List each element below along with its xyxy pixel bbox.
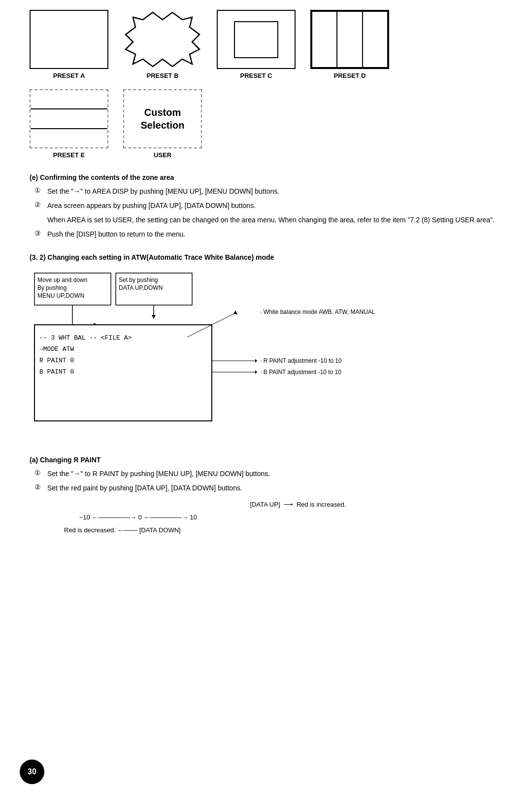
preset-b-icon [123, 10, 202, 69]
diagram-wrapper: Move up and down By pushing MENU UP,DOWN… [30, 268, 414, 442]
svg-marker-21 [255, 359, 257, 363]
section-a-item-1: ① Set the "→" to R PAINT by pushing [MEN… [34, 469, 502, 479]
section-e-item-2: ② Area screen appears by pushing [DATA U… [34, 201, 502, 211]
section-a-body: ① Set the "→" to R PAINT by pushing [MEN… [30, 469, 502, 537]
section-e-body: ① Set the "→" to AREA DISP by pushing [M… [30, 186, 502, 240]
section-a-text-2: Set the red paint by pushing [DATA UP], … [47, 483, 242, 493]
circle-num-a2: ② [34, 483, 44, 491]
preset-d-lines [311, 11, 388, 68]
preset-e-line-3 [31, 129, 107, 147]
preset-d-line-2 [337, 12, 363, 67]
preset-d-item: PRESET D [310, 10, 389, 79]
section-a-title: (a) Changing R PAINT [30, 456, 502, 464]
section-a-item-2: ② Set the red paint by pushing [DATA UP]… [34, 483, 502, 493]
section-32-title: (3. 2) Changing each setting in ATW(Auto… [30, 253, 502, 261]
presets-container: PRESET A PRESET B PRESET C [30, 10, 502, 159]
scale-line: −10 ←───────→ 0 ←───────→ 10 [74, 511, 502, 524]
preset-e-icon [30, 89, 108, 148]
preset-e-line-1 [31, 90, 107, 109]
user-icon: CustomSelection [123, 89, 202, 148]
section-e-text-2: Area screen appears by pushing [DATA UP]… [47, 201, 256, 211]
svg-marker-23 [255, 370, 257, 374]
preset-a-item: PRESET A [30, 10, 108, 79]
section-e: (e) Confirming the contents of the zone … [30, 173, 502, 240]
circle-num-3: ③ [34, 229, 44, 237]
preset-e-line-2 [31, 109, 107, 129]
svg-text:· White balance mode   AWB, AT: · White balance mode AWB, ATW, MANUAL [260, 309, 375, 315]
section-e-item-1: ① Set the "→" to AREA DISP by pushing [M… [34, 186, 502, 197]
preset-c-label: PRESET C [240, 72, 272, 79]
data-up-label: [DATA UP] ⟶ Red is increased. [94, 498, 502, 511]
svg-text:B PAINT         0: B PAINT 0 [39, 368, 74, 376]
section-e-text-3: Push the [DISP] button to return to the … [47, 229, 185, 240]
svg-text:· B PAINT adjustment   -10 to : · B PAINT adjustment -10 to 10 [260, 369, 341, 376]
svg-marker-12 [152, 315, 156, 319]
svg-text:Set by pushing: Set by pushing [119, 276, 158, 283]
preset-d-line-3 [363, 12, 387, 67]
arrow-diagram: [DATA UP] ⟶ Red is increased. −10 ←─────… [54, 498, 502, 537]
preset-b-item: PRESET B [123, 10, 202, 79]
preset-a-label: PRESET A [53, 72, 85, 79]
preset-c-item: PRESET C [217, 10, 296, 79]
preset-e-label: PRESET E [53, 151, 85, 159]
svg-text:-- 3  WHT BAL -- <FILE A>: -- 3 WHT BAL -- <FILE A> [39, 334, 132, 342]
section-e-subtext-2: When AREA is set to USER, the setting ca… [47, 215, 502, 225]
preset-e-item: PRESET E [30, 89, 108, 159]
data-down-label: Red is decreased. ←─── [DATA DOWN] [64, 524, 502, 537]
presets-row-2: PRESET E CustomSelection USER [30, 89, 202, 159]
preset-b-label: PRESET B [146, 72, 178, 79]
user-item: CustomSelection USER [123, 89, 202, 159]
preset-d-line-1 [312, 12, 337, 67]
svg-text:By pushing: By pushing [37, 284, 66, 291]
svg-text:DATA UP,DOWN: DATA UP,DOWN [119, 284, 163, 291]
preset-d-icon [310, 10, 389, 69]
diagram-svg: Move up and down By pushing MENU UP,DOWN… [30, 268, 414, 441]
svg-text:Move up and down: Move up and down [37, 276, 87, 283]
circle-num-a1: ① [34, 469, 44, 477]
svg-marker-0 [126, 12, 200, 67]
preset-c-inner-rect [234, 21, 278, 58]
circle-num-2: ② [34, 201, 44, 208]
presets-row-1: PRESET A PRESET B PRESET C [30, 10, 389, 79]
svg-text:R PAINT         0: R PAINT 0 [39, 357, 74, 364]
section-e-item-3: ③ Push the [DISP] button to return to th… [34, 229, 502, 240]
page-number: 30 [20, 759, 44, 784]
user-label: USER [154, 151, 171, 159]
section-32: (3. 2) Changing each setting in ATW(Auto… [30, 253, 502, 442]
custom-selection-text: CustomSelection [141, 106, 185, 132]
section-e-text-1: Set the "→" to AREA DISP by pushing [MEN… [47, 186, 279, 197]
preset-d-label: PRESET D [333, 72, 366, 79]
circle-num-1: ① [34, 186, 44, 194]
svg-text:→MODE          ATW: →MODE ATW [39, 345, 74, 353]
svg-text:· R PAINT adjustment   -10 to : · R PAINT adjustment -10 to 10 [260, 357, 342, 364]
section-a-text-1: Set the "→" to R PAINT by pushing [MENU … [47, 469, 270, 479]
section-a: (a) Changing R PAINT ① Set the "→" to R … [30, 456, 502, 537]
preset-a-icon [30, 10, 108, 69]
section-e-title: (e) Confirming the contents of the zone … [30, 173, 502, 181]
preset-c-icon [217, 10, 296, 69]
svg-text:MENU UP,DOWN: MENU UP,DOWN [37, 292, 84, 299]
